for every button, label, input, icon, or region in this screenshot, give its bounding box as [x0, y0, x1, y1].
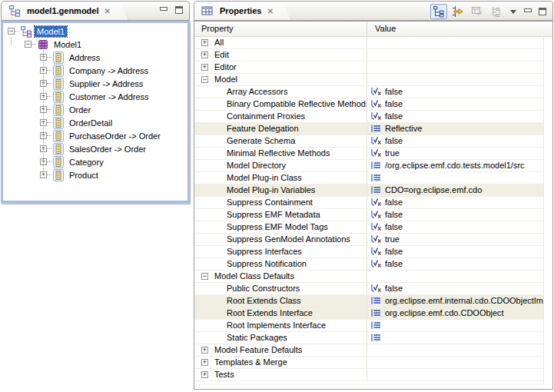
property-row-feature-delegation[interactable]: Feature Delegation Reflective — [194, 123, 544, 135]
text-property-icon — [370, 296, 382, 306]
view-menu-button[interactable] — [507, 4, 519, 19]
plus-expander-icon[interactable]: + — [201, 39, 208, 46]
tree-item-model1[interactable]: − Model1 — [3, 25, 187, 38]
property-row-array-accessors[interactable]: Array Accessors false — [194, 86, 544, 98]
class-icon — [52, 78, 65, 90]
property-name-cell: Model Directory — [194, 160, 367, 171]
tree-item-purchaseorder-order[interactable]: + PurchaseOrder -> Order — [3, 129, 187, 142]
property-label: Suppress Notification — [227, 258, 307, 270]
property-name-cell: Suppress EMF Metadata — [194, 209, 367, 221]
properties-tab-title: Properties — [220, 6, 261, 15]
property-row-suppress-emf-model-tags[interactable]: Suppress EMF Model Tags false — [194, 221, 544, 234]
property-value-text: org.eclipse.emf.cdo.CDOObject — [385, 307, 504, 319]
property-row-suppress-genmodel-annotations[interactable]: Suppress GenModel Annotations true — [194, 234, 544, 246]
property-label: Public Constructors — [227, 283, 300, 294]
minimize-button[interactable] — [160, 9, 168, 11]
class-icon — [52, 91, 65, 103]
property-name-cell: Root Implements Interface — [194, 320, 367, 331]
tree-item-orderdetail[interactable]: + OrderDetail — [3, 116, 187, 129]
boolean-property-icon — [370, 247, 382, 257]
category-label: Templates & Merge — [214, 357, 287, 368]
genmodel-tree: − Model1− Model1+ Address+ Company -> Ad… — [3, 23, 187, 201]
category-row-model-class-defaults[interactable]: −Model Class Defaults — [194, 271, 544, 283]
plus-expander-icon[interactable]: + — [201, 64, 208, 71]
property-row-suppress-interfaces[interactable]: Suppress Interfaces false — [194, 246, 544, 258]
property-row-root-extends-interface[interactable]: Root Extends Interface org.eclipse.emf.c… — [194, 307, 544, 320]
tree-item-product[interactable]: + Product — [3, 168, 187, 181]
property-value-cell — [367, 49, 543, 61]
category-row-templates-merge[interactable]: +Templates & Merge — [194, 357, 544, 369]
plus-expander-icon[interactable]: + — [201, 371, 208, 378]
minus-expander-icon[interactable]: − — [8, 28, 15, 35]
restore-default-value-button — [469, 4, 486, 19]
tree-item-model1[interactable]: − Model1 — [3, 38, 187, 51]
plus-expander-icon[interactable]: + — [201, 51, 208, 58]
category-row-tests[interactable]: +Tests — [194, 369, 544, 381]
tree-item-address[interactable]: + Address — [3, 51, 187, 64]
property-value-text: org.eclipse.emf.internal.cdo.CDOObjectIm… — [385, 295, 543, 307]
close-icon[interactable]: ✕ — [267, 7, 273, 15]
property-row-suppress-emf-metadata[interactable]: Suppress EMF Metadata false — [194, 209, 544, 221]
minimize-button[interactable] — [522, 4, 534, 19]
close-icon[interactable]: ✕ — [104, 7, 111, 15]
show-categories-button[interactable] — [430, 4, 447, 19]
editor-tab-title: model1.genmodel — [27, 6, 99, 15]
class-icon — [52, 169, 65, 181]
tree-item-label: Customer -> Address — [67, 91, 151, 102]
minus-expander-icon[interactable]: − — [201, 76, 208, 83]
property-row-minimal-reflective-methods[interactable]: Minimal Reflective Methods true — [194, 148, 544, 160]
tree-item-company-address[interactable]: + Company -> Address — [3, 64, 187, 77]
editor-tab-model1-genmodel[interactable]: model1.genmodel ✕ — [2, 2, 128, 20]
property-row-suppress-notification[interactable]: Suppress Notification false — [194, 258, 544, 271]
plus-expander-icon[interactable]: + — [201, 359, 208, 366]
property-row-root-extends-class[interactable]: Root Extends Class org.eclipse.emf.inter… — [194, 295, 544, 307]
property-row-generate-schema[interactable]: Generate Schema false — [194, 135, 544, 148]
maximize-button[interactable] — [175, 6, 183, 14]
property-row-model-plug-in-class[interactable]: Model Plug-in Class — [194, 172, 544, 184]
category-row-editor[interactable]: +Editor — [194, 61, 544, 74]
tree-item-order[interactable]: + Order — [3, 103, 187, 116]
class-icon — [52, 130, 65, 142]
tree-item-salesorder-order[interactable]: + SalesOrder -> Order — [3, 142, 187, 155]
category-row-model[interactable]: −Model — [194, 74, 544, 86]
property-label: Model Plug-in Class — [227, 172, 302, 184]
property-value-text: false — [385, 98, 403, 110]
property-row-binary-compatible-reflective-methods[interactable]: Binary Compatible Reflective Methods fal… — [194, 98, 544, 111]
category-row-model-feature-defaults[interactable]: +Model Feature Defaults — [194, 344, 544, 357]
property-name-cell: Generate Schema — [194, 135, 367, 147]
property-row-root-implements-interface[interactable]: Root Implements Interface — [194, 320, 544, 332]
minus-expander-icon[interactable]: − — [25, 41, 32, 48]
category-row-edit[interactable]: +Edit — [194, 49, 544, 61]
property-row-model-plug-in-variables[interactable]: Model Plug-in Variables CDO=org.eclipse.… — [194, 184, 544, 197]
category-label: Model Class Defaults — [214, 271, 294, 282]
property-label: Model Plug-in Variables — [227, 184, 315, 196]
property-row-suppress-containment[interactable]: Suppress Containment false — [194, 197, 544, 209]
boolean-property-icon — [370, 148, 382, 158]
column-header-property[interactable]: Property — [194, 22, 367, 36]
maximize-button[interactable] — [536, 4, 549, 19]
property-row-static-packages[interactable]: Static Packages — [194, 332, 544, 344]
property-name-cell: +Model Feature Defaults — [194, 344, 367, 356]
tree-item-label: Order — [67, 105, 93, 115]
property-name-cell: +All — [194, 37, 367, 48]
property-row-public-constructors[interactable]: Public Constructors false — [194, 283, 544, 295]
properties-tab[interactable]: Properties ✕ — [194, 2, 291, 20]
property-value-cell — [367, 74, 543, 85]
boolean-property-icon — [370, 284, 382, 294]
tree-item-label: PurchaseOrder -> Order — [67, 131, 163, 141]
tree-item-supplier-address[interactable]: + Supplier -> Address — [3, 77, 187, 90]
minus-expander-icon[interactable]: − — [201, 273, 208, 280]
class-icon — [52, 156, 65, 168]
property-value-cell: Reflective — [367, 123, 543, 135]
property-name-cell: −Model Class Defaults — [194, 271, 367, 282]
category-row-all[interactable]: +All — [194, 37, 544, 49]
genmodel-icon — [20, 25, 32, 38]
property-row-containment-proxies[interactable]: Containment Proxies false — [194, 111, 544, 123]
tree-item-category[interactable]: + Category — [3, 155, 187, 168]
tree-item-customer-address[interactable]: + Customer -> Address — [3, 90, 187, 103]
column-header-value[interactable]: Value — [367, 22, 552, 36]
show-advanced-properties-button[interactable] — [450, 4, 466, 19]
property-value-cell: false — [367, 111, 543, 122]
property-row-model-directory[interactable]: Model Directory /org.eclipse.emf.cdo.tes… — [194, 160, 544, 172]
plus-expander-icon[interactable]: + — [201, 347, 208, 354]
